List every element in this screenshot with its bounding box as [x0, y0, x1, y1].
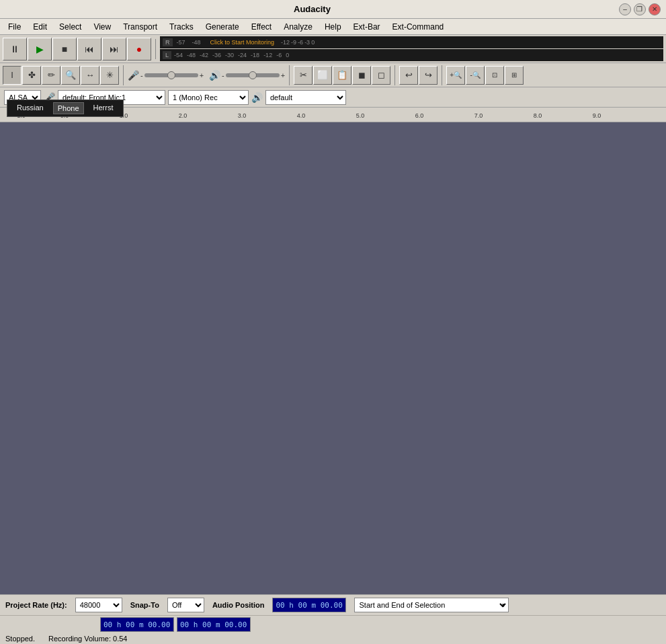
mic-icon[interactable]: 🎤: [128, 70, 139, 81]
click-to-start-monitoring[interactable]: Click to Start Monitoring: [205, 39, 280, 46]
transport-buttons: ⏸ ▶ ■ ⏮ ⏭ ●: [3, 38, 151, 61]
channel-select[interactable]: 1 (Mono) Rec: [168, 90, 249, 105]
tooltip-item-russian[interactable]: Russian: [13, 102, 48, 114]
playback-meter-label[interactable]: L: [163, 51, 171, 59]
record-button[interactable]: ●: [127, 38, 151, 61]
multi-tool-button[interactable]: ✤: [22, 66, 41, 85]
output-plus: +: [281, 71, 285, 79]
recording-volume-text: Recording Volume: 0.54: [48, 635, 127, 643]
draw-tool-button[interactable]: ✏: [42, 66, 60, 85]
play-button[interactable]: ▶: [28, 38, 52, 61]
redo-button[interactable]: ↪: [419, 66, 438, 85]
menu-edit[interactable]: Edit: [28, 21, 52, 33]
output-volume-slider[interactable]: [226, 73, 280, 77]
silence-button[interactable]: ◻: [372, 66, 390, 85]
menu-help[interactable]: Help: [319, 21, 347, 33]
maximize-button[interactable]: ❐: [634, 3, 646, 15]
selection-dropdown-wrapper: Start and End of Selection Start and Len…: [354, 598, 509, 612]
separator-1: [155, 39, 156, 59]
menu-file[interactable]: File: [3, 21, 26, 33]
volume-minus: -: [140, 71, 143, 79]
minimize-button[interactable]: –: [619, 3, 631, 15]
meter2-db6: -24: [237, 52, 248, 58]
tooltip-item-herrst[interactable]: Herrst: [89, 102, 118, 114]
selection-end-input[interactable]: [177, 617, 251, 632]
speaker-device-icon: 🔊: [251, 92, 263, 103]
separator-3: [289, 65, 290, 85]
input-volume-slider[interactable]: [144, 73, 198, 77]
meter-db-9: -9: [291, 39, 296, 46]
ruler-tick-4: 4.0: [272, 112, 331, 120]
menu-tracks[interactable]: Tracks: [164, 21, 199, 33]
meter-db-12: -12: [281, 39, 290, 46]
meter-db-48: -48: [190, 39, 204, 46]
edit-buttons: ✂ ⬜ 📋 ◼ ◻: [294, 66, 390, 85]
close-button[interactable]: ✕: [649, 3, 661, 15]
trim-button[interactable]: ◼: [352, 66, 371, 85]
menu-bar: File Edit Select View Transport Tracks G…: [0, 19, 666, 35]
meter2-db4: -36: [211, 52, 222, 58]
ruler-tick-8: 8.0: [508, 112, 567, 120]
track-area[interactable]: [0, 122, 666, 594]
meter-db-57: -57: [174, 39, 188, 46]
menu-ext-bar[interactable]: Ext-Bar: [348, 21, 386, 33]
undo-button[interactable]: ↩: [399, 66, 418, 85]
meter-db-6: -6: [298, 39, 303, 46]
project-rate-select[interactable]: 48000: [75, 598, 122, 612]
ruler-tick-7: 7.0: [449, 112, 508, 120]
ruler-tick-2: 2.0: [153, 112, 212, 120]
record-meter-label[interactable]: R: [163, 38, 173, 46]
selection-inputs: [100, 617, 251, 632]
fit-selection-button[interactable]: ⊡: [485, 66, 504, 85]
meter2-db9: -6: [275, 52, 283, 58]
meter2-db1: -54: [173, 52, 184, 58]
meter2-db10: 0: [284, 52, 290, 58]
title-bar: Audacity – ❐ ✕: [0, 0, 666, 19]
audio-position-label: Audio Position: [212, 601, 265, 609]
menu-ext-command[interactable]: Ext-Command: [387, 21, 450, 33]
select-tool-button[interactable]: I: [3, 66, 22, 85]
cut-button[interactable]: ✂: [294, 66, 313, 85]
time-shift-button[interactable]: ↔: [81, 66, 99, 85]
selection-start-input[interactable]: [100, 617, 174, 632]
speaker-icon[interactable]: 🔊: [209, 70, 220, 81]
status-bar: Stopped. Recording Volume: 0.54: [0, 633, 666, 644]
meter2-db2: -48: [185, 52, 197, 58]
ruler-tick-9: 9.0: [567, 112, 626, 120]
separator-5: [442, 65, 442, 85]
project-rate-label: Project Rate (Hz):: [5, 601, 67, 609]
meter2-db8: -12: [262, 52, 274, 58]
window-controls: – ❐ ✕: [619, 3, 661, 15]
volume-plus: +: [200, 71, 204, 79]
fit-project-button[interactable]: ⊞: [505, 66, 524, 85]
multi2-tool-button[interactable]: ✳: [100, 66, 119, 85]
menu-generate[interactable]: Generate: [200, 21, 245, 33]
tooltip-item-phone[interactable]: Phone: [53, 102, 84, 114]
output-device-select[interactable]: default: [265, 90, 346, 105]
skip-back-button[interactable]: ⏮: [77, 38, 101, 61]
tools-toolbar: I ✤ ✏ 🔍 ↔ ✳ 🎤 - + 🔊 - + ✂ ⬜ 📋 ◼ ◻: [0, 63, 666, 87]
audio-position-input[interactable]: 00 h 00 m 00.000 s: [272, 598, 346, 612]
transport-toolbar: ⏸ ▶ ■ ⏮ ⏭ ● R -57 -48 Click to Start Mon…: [0, 35, 666, 63]
menu-transport[interactable]: Transport: [118, 21, 163, 33]
zoom-out-button[interactable]: -🔍: [466, 66, 485, 85]
menu-analyze[interactable]: Analyze: [278, 21, 318, 33]
copy-button[interactable]: ⬜: [313, 66, 332, 85]
tooltip-popup: Russian Phone Herrst: [7, 99, 124, 117]
meter-db-0: 0: [311, 39, 315, 46]
pause-button[interactable]: ⏸: [3, 38, 27, 61]
meter2-db5: -30: [224, 52, 235, 58]
ruler-tick-6: 6.0: [390, 112, 449, 120]
snap-to-label: Snap-To: [130, 601, 159, 609]
zoom-tool-button[interactable]: 🔍: [61, 66, 80, 85]
stop-button[interactable]: ■: [52, 38, 77, 61]
snap-to-select[interactable]: Off: [167, 598, 204, 612]
menu-effect[interactable]: Effect: [246, 21, 277, 33]
menu-view[interactable]: View: [88, 21, 116, 33]
zoom-in-button[interactable]: +🔍: [446, 66, 465, 85]
selection-type-select[interactable]: Start and End of Selection Start and Len…: [354, 598, 509, 612]
skip-fwd-button[interactable]: ⏭: [102, 38, 126, 61]
menu-select[interactable]: Select: [54, 21, 87, 33]
paste-button[interactable]: 📋: [333, 66, 351, 85]
ruler-tick-3: 3.0: [212, 112, 272, 120]
